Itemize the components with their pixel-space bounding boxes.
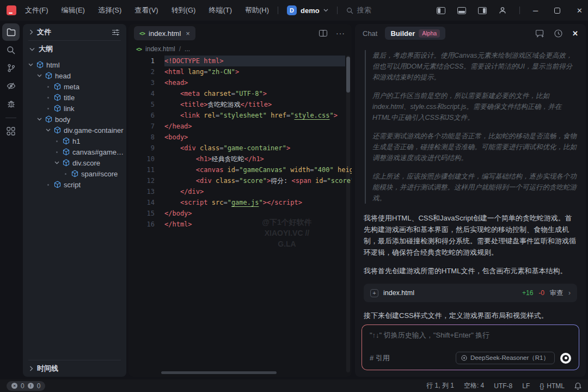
thinking-paragraph: 最后，考虑界面设计。使用Canvas元素来绘制游戏区域会更高效，但也可以用DOM… xyxy=(372,50,577,83)
line-number: 7 xyxy=(128,121,155,132)
element-cube-icon xyxy=(54,94,61,101)
menu-item[interactable]: 转到(G) xyxy=(171,5,196,15)
menu-item[interactable]: 帮助(H) xyxy=(245,5,269,15)
outline-item-label: meta xyxy=(64,83,79,91)
breadcrumb[interactable]: <> index.html / ... xyxy=(128,42,352,56)
review-button[interactable]: 审查 xyxy=(550,289,563,298)
code-lines: 1<!DOCTYPE html>2<html lang="zh-CN">3<he… xyxy=(128,56,352,230)
debug-icon[interactable] xyxy=(2,95,20,113)
outline-item[interactable]: div.score xyxy=(23,157,126,168)
chevron-down-icon xyxy=(29,47,35,51)
outline-item[interactable]: title xyxy=(23,92,126,103)
expand-toggle[interactable] xyxy=(45,128,51,132)
outline-item[interactable]: span#score xyxy=(23,168,126,179)
horizontal-scrollbar[interactable] xyxy=(161,371,277,374)
split-editor-icon[interactable] xyxy=(319,30,327,36)
outline-item[interactable]: canvas#gameCa... xyxy=(23,146,126,157)
close-panel-icon[interactable]: ✕ xyxy=(572,29,578,38)
token: > xyxy=(235,68,239,76)
eol-setting[interactable]: LF xyxy=(522,382,530,390)
expand-toggle[interactable] xyxy=(36,74,42,77)
token: <div xyxy=(180,144,196,152)
token xyxy=(164,144,180,152)
account-icon[interactable] xyxy=(499,7,506,14)
stop-generation-button[interactable] xyxy=(560,353,571,364)
expand-toggle[interactable] xyxy=(27,63,34,66)
element-cube-icon xyxy=(63,159,70,167)
outline-item[interactable]: html xyxy=(23,59,126,70)
tab-chat[interactable]: Chat xyxy=(363,29,377,38)
code-text: <canvas id="gameCanvas" width="400" heig… xyxy=(164,164,352,175)
line-number: 11 xyxy=(128,164,155,175)
tab-close-icon[interactable]: × xyxy=(186,29,190,38)
token: <span xyxy=(292,177,311,185)
global-search[interactable]: 搜索 xyxy=(346,5,371,15)
vertical-scrollbar[interactable] xyxy=(346,56,350,372)
expand-toggle[interactable] xyxy=(53,161,60,164)
outline-item[interactable]: link xyxy=(23,103,126,114)
outline-section-header[interactable]: 大纲 xyxy=(23,41,126,57)
toggle-left-sidebar-icon[interactable] xyxy=(437,7,445,14)
expand-toggle[interactable] xyxy=(36,118,42,121)
preview-icon[interactable] xyxy=(2,77,20,95)
outline-item-label: script xyxy=(64,181,81,189)
toggle-panel-icon[interactable] xyxy=(457,7,466,14)
divider xyxy=(337,7,338,14)
encoding-setting[interactable]: UTF-8 xyxy=(494,382,512,390)
code-line: 12 <div class="score">得分: <span id="scor… xyxy=(128,175,352,186)
history-icon[interactable] xyxy=(554,29,562,38)
menu-item[interactable]: 选择(S) xyxy=(98,5,121,15)
chat-input[interactable]: "↑↓" 切换历史输入，"Shift+Enter" 换行 # 引用 DeepSe… xyxy=(362,325,579,370)
toggle-right-sidebar-icon[interactable] xyxy=(478,7,487,14)
reference-button[interactable]: # 引用 xyxy=(370,353,390,363)
app-logo-icon[interactable] xyxy=(7,5,16,15)
status-bar: × 0 ! 0 行 1, 列 1 空格: 4 UTF-8 LF {} HTML xyxy=(0,379,588,392)
maximize-button[interactable] xyxy=(554,8,560,14)
menu-item[interactable]: 终端(T) xyxy=(209,5,232,15)
outline-item[interactable]: div.game-container xyxy=(23,125,126,136)
outline-item[interactable]: body xyxy=(23,114,126,125)
token xyxy=(311,177,315,185)
divider xyxy=(5,118,16,118)
cursor-position[interactable]: 行 1, 列 1 xyxy=(426,381,454,390)
tab-builder[interactable]: Builder Alpha xyxy=(385,27,445,40)
menu-item[interactable]: 编辑(E) xyxy=(62,5,85,15)
menu-item[interactable]: 文件(F) xyxy=(25,5,48,15)
code-text: </div> xyxy=(164,186,352,197)
model-selector[interactable]: DeepSeek-Reasoner（R1） xyxy=(456,352,555,364)
outline-item[interactable]: meta xyxy=(23,81,126,92)
outline-item[interactable]: script xyxy=(23,179,126,190)
new-chat-icon[interactable] xyxy=(536,29,544,38)
chevron-right-icon xyxy=(29,366,33,371)
indentation-setting[interactable]: 空格: 4 xyxy=(464,381,484,390)
token xyxy=(207,199,211,206)
notifications-bell-icon[interactable] xyxy=(574,382,581,390)
chevron-down-icon xyxy=(37,74,42,77)
outline-item[interactable]: head xyxy=(23,70,126,81)
file-card-index-html[interactable]: + index.html +16 -0 审查 › xyxy=(364,284,577,302)
close-button[interactable]: ✕ xyxy=(577,7,583,15)
files-section-header[interactable]: 文件 xyxy=(23,24,126,40)
problems-indicator[interactable]: × 0 ! 0 xyxy=(7,381,45,391)
extensions-icon[interactable] xyxy=(2,122,20,140)
scrollbar-thumb[interactable] xyxy=(346,57,350,93)
search-icon[interactable] xyxy=(2,41,20,59)
language-mode[interactable]: {} HTML xyxy=(540,382,565,390)
minimize-button[interactable]: ─ xyxy=(533,7,538,15)
project-switcher[interactable]: D demo xyxy=(287,5,328,15)
token: " xyxy=(330,112,334,119)
outline-item[interactable]: h1 xyxy=(23,136,126,146)
filter-icon[interactable] xyxy=(112,29,120,36)
tab-index-html[interactable]: <> index.html × xyxy=(134,26,195,40)
token: href xyxy=(271,112,286,119)
more-actions-icon[interactable]: ··· xyxy=(336,29,345,38)
code-line: 3<head> xyxy=(128,77,352,88)
token: <h1> xyxy=(196,155,212,163)
token: "400" xyxy=(314,166,334,174)
code-editor[interactable]: 1<!DOCTYPE html>2<html lang="zh-CN">3<he… xyxy=(128,56,352,377)
source-control-icon[interactable] xyxy=(2,59,20,77)
menu-item[interactable]: 查看(V) xyxy=(134,5,158,15)
breadcrumb-file: index.html xyxy=(145,45,175,53)
timeline-section-header[interactable]: 时间线 xyxy=(23,360,126,377)
explorer-icon[interactable] xyxy=(2,23,20,41)
